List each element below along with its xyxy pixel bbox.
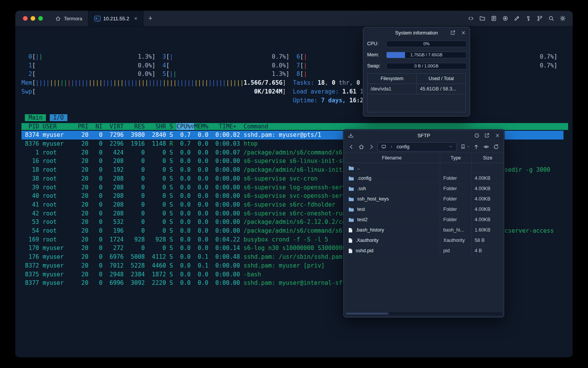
refresh-icon[interactable] [492, 143, 500, 151]
sftp-file-row[interactable]: testFolder4.00KB [344, 204, 504, 215]
sftp-file-list: ...configFolder4.00KB.sshFolder4.00KBssh… [344, 163, 504, 256]
tab-close-icon[interactable]: × [134, 15, 137, 21]
file-icon [348, 228, 353, 233]
sysinfo-header: System information [363, 27, 470, 38]
file-size-cell: 4.00KB [471, 194, 504, 204]
code-icon[interactable] [467, 15, 474, 22]
cpu-label: CPU: [367, 41, 386, 46]
terminal-line: Swp[ 0K/1024M] Load average: 1.61 1.20 1… [21, 87, 564, 96]
file-name-cell: test [344, 204, 440, 214]
sftp-toolbar: config [344, 141, 504, 153]
file-type-cell: Xauthority [440, 235, 471, 245]
close-icon[interactable] [460, 30, 466, 36]
bookmark-control[interactable] [459, 143, 470, 151]
edit-icon[interactable] [513, 15, 520, 22]
mem-progress-text: 1.75GB / 7.65GB [387, 52, 466, 58]
column-header-size[interactable]: Size [471, 153, 504, 163]
sftp-file-row[interactable]: sshd.pidpid4 B [344, 246, 504, 256]
file-size-cell: 4.00KB [471, 173, 504, 183]
terminal-line: 0[|| 1.3%] 3[| 0.7%] 6[| 0.7%] [21, 53, 564, 61]
minimize-button[interactable] [31, 16, 35, 21]
key-icon[interactable] [525, 15, 531, 22]
mem-progress-bar: 1.75GB / 7.65GB [386, 52, 467, 58]
terminal-icon: >_ [94, 16, 101, 21]
sftp-file-row[interactable]: ssh_host_keysFolder4.00KB [344, 194, 504, 204]
sftp-file-row[interactable]: .XauthorityXauthority58 B [344, 235, 504, 246]
sysinfo-title: System information [395, 30, 438, 36]
back-icon[interactable] [348, 143, 355, 151]
settings-icon[interactable] [559, 15, 566, 22]
file-size-cell: 4.00KB [471, 204, 504, 214]
sftp-file-row[interactable]: .bash_historybash_hi...1.60KB [344, 225, 504, 235]
column-header-filename[interactable]: Filename [344, 153, 440, 163]
open-in-new-icon[interactable] [450, 30, 456, 36]
bookmark-dropdown-icon[interactable] [467, 144, 470, 150]
svg-text:?: ? [476, 134, 477, 137]
file-name-cell: test2 [344, 215, 440, 225]
traffic-lights [15, 11, 49, 26]
log-icon[interactable] [490, 15, 497, 22]
bookmark-icon[interactable] [459, 143, 467, 151]
file-size-cell: 4.00KB [471, 215, 504, 225]
close-button[interactable] [23, 16, 28, 21]
sftp-header: SFTP ? [344, 130, 504, 141]
search-icon[interactable] [548, 15, 554, 22]
show-hidden-icon[interactable] [482, 143, 490, 151]
device-icon [381, 144, 387, 150]
file-size-cell: 4 B [471, 246, 504, 256]
chevron-down-icon[interactable] [448, 144, 454, 150]
transfers-icon[interactable] [348, 132, 354, 138]
filesystem-table-header: Filesystem Used / Total [368, 74, 466, 84]
sftp-panel: SFTP ? config [343, 130, 504, 317]
sftp-file-row[interactable]: .. [344, 163, 504, 173]
file-icon [348, 238, 353, 243]
system-information-panel: System information CPU: 0% Mem: 1.75GB /… [363, 27, 470, 117]
chevron-right-icon [389, 144, 395, 150]
sftp-file-row[interactable]: .sshFolder4.00KB [344, 184, 504, 194]
zoom-button[interactable] [38, 16, 43, 21]
terminal-line: Mem[||||||||||||||||||||||||||||||||||||… [21, 79, 564, 87]
tab-termora[interactable]: Termora [49, 11, 88, 26]
path-selector[interactable]: config [377, 142, 457, 151]
open-in-new-icon[interactable] [484, 132, 490, 138]
app-tab-label: Termora [64, 16, 82, 21]
branch-icon[interactable] [536, 15, 543, 22]
folder-icon[interactable] [479, 15, 485, 22]
sftp-file-row[interactable]: .configFolder4.00KB [344, 173, 504, 184]
sftp-table-header: Filename Type Size [344, 153, 504, 163]
folder-icon [348, 197, 354, 202]
file-size-cell: 1.60KB [471, 225, 504, 235]
upload-icon[interactable] [472, 143, 480, 151]
scrollbar-thumb[interactable] [346, 312, 389, 315]
folder-icon [348, 166, 354, 171]
record-icon[interactable] [502, 15, 508, 22]
current-directory: config [397, 144, 409, 150]
file-name-cell: .config [344, 173, 440, 183]
home-icon [55, 15, 61, 22]
titlebar: Termora >_ 10.211.55.2 × + [15, 11, 573, 26]
fs-name: /dev/vda1 [368, 84, 416, 94]
file-type-cell: Folder [440, 194, 471, 204]
folder-icon [348, 176, 354, 181]
close-icon[interactable] [494, 132, 500, 138]
new-tab-button[interactable]: + [144, 11, 158, 26]
terminal-line: Uptime: 7 days, 16:29:12 [21, 96, 564, 105]
file-size-cell: 58 B [471, 235, 504, 245]
file-name-cell: .Xauthority [344, 235, 440, 245]
tab-session[interactable]: >_ 10.211.55.2 × [88, 11, 144, 26]
cpu-row: CPU: 0% [367, 40, 467, 47]
forward-icon[interactable] [368, 143, 375, 151]
column-header-type[interactable]: Type [440, 153, 471, 163]
swap-progress-text: 0 B / 1.00GB [387, 63, 466, 69]
horizontal-scrollbar[interactable] [345, 312, 503, 315]
table-row[interactable]: /dev/vda1 45.61GB / 58.3... [368, 84, 466, 94]
mem-row: Mem: 1.75GB / 7.65GB [367, 51, 467, 58]
terminal-line: F1Help F2Setup F3SearchF4FilterF5Tree F6… [21, 357, 564, 358]
fs-used-total: 45.61GB / 58.3... [416, 84, 466, 94]
terminal-line: 2[ 0.0%] 5[|| 1.3%] 8[| [21, 70, 564, 79]
home-icon[interactable] [358, 143, 365, 151]
help-icon[interactable]: ? [474, 132, 480, 138]
sftp-file-row[interactable]: test2Folder4.00KB [344, 215, 504, 225]
session-tab-label: 10.211.55.2 [103, 16, 129, 21]
swap-row: Swap: 0 B / 1.00GB [367, 62, 467, 69]
